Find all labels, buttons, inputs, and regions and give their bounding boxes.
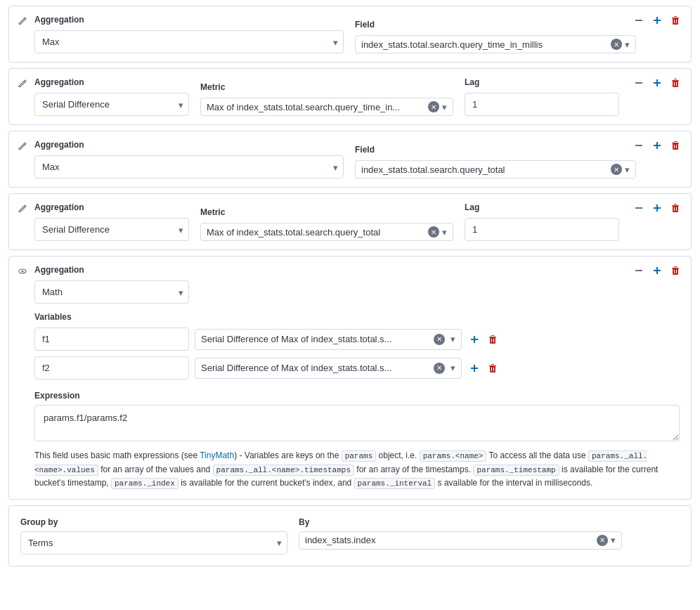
variable-1-field-value: Serial Difference of Max of index_stats.…	[201, 334, 431, 344]
variables-label: Variables	[34, 312, 680, 322]
section-1-trash-btn[interactable]	[668, 13, 682, 27]
section-2-lag-label: Lag	[465, 77, 619, 87]
section-3-fields-row: Aggregation Max Min Sum Avg Serial Diffe…	[20, 140, 680, 179]
variable-1-chevron: ▾	[451, 334, 455, 344]
section-2-aggregation-wrapper: Serial Difference Max Min Sum Avg Math ▾	[34, 93, 189, 116]
expression-textarea[interactable]: params.f1/params.f2	[34, 405, 680, 441]
section-4-metric-chevron: ▾	[442, 227, 447, 238]
params-code: params	[342, 450, 377, 462]
variable-1-field-wrapper[interactable]: Serial Difference of Max of index_stats.…	[195, 329, 462, 350]
section-4-icon	[18, 204, 27, 216]
tinymath-link[interactable]: TinyMath	[200, 450, 234, 460]
section-4-metric-label: Metric	[200, 207, 453, 217]
group-by-col: Group by Terms Filters Histogram Date Hi…	[20, 517, 287, 554]
section-1-field-clear-btn[interactable]: ✕	[611, 39, 622, 50]
section-3-aggregation-select[interactable]: Max Min Sum Avg Serial Difference Math	[34, 155, 344, 179]
section-1-field-wrapper[interactable]: index_stats.total.search.query_time_in_m…	[355, 35, 636, 53]
section-4-metric-value: Max of index_stats.total.search.query_to…	[207, 227, 428, 238]
variable-1-actions	[467, 332, 500, 346]
section-1-aggregation-label: Aggregation	[34, 15, 344, 25]
section-2-aggregation-label: Aggregation	[34, 77, 189, 87]
variable-1-name-input[interactable]	[34, 327, 189, 351]
section-5-aggregation-select[interactable]: Math Max Min Sum Avg Serial Difference	[34, 280, 189, 304]
section-2-lag-input[interactable]	[465, 93, 619, 116]
section-1-field-col: Field index_stats.total.search.query_tim…	[355, 20, 636, 53]
section-5-aggregation-wrapper: Math Max Min Sum Avg Serial Difference ▾	[34, 280, 189, 304]
section-5-trash-btn[interactable]	[668, 264, 682, 278]
section-3-field-value: index_stats.total.search.query_total	[361, 164, 611, 175]
section-4-actions	[632, 201, 682, 215]
expression-section: Expression params.f1/params.f2 This fiel…	[20, 391, 680, 491]
section-5-plus-btn[interactable]	[650, 264, 664, 278]
section-4-plus-btn[interactable]	[650, 201, 664, 215]
section-4-trash-btn[interactable]	[668, 201, 682, 215]
svg-rect-9	[635, 207, 642, 209]
section-1-minus-btn[interactable]	[632, 13, 646, 27]
section-3-field-chevron: ▾	[625, 164, 630, 175]
section-5-aggregation-col: Aggregation Math Max Min Sum Avg Serial …	[34, 265, 189, 304]
section-2-metric-value: Max of index_stats.total.search.query_ti…	[207, 102, 428, 112]
section-2-metric-chevron: ▾	[442, 102, 447, 112]
aggregation-section-5: Aggregation Math Max Min Sum Avg Serial …	[8, 256, 692, 500]
aggregation-section-1: Aggregation Max Min Sum Avg Serial Diffe…	[8, 6, 692, 63]
section-1-plus-btn[interactable]	[650, 13, 664, 27]
section-5-minus-btn[interactable]	[632, 264, 646, 278]
group-by-label: Group by	[20, 517, 287, 527]
by-col: By index_stats.index ✕ ▾	[299, 517, 622, 554]
section-4-aggregation-col: Aggregation Serial Difference Max Min Su…	[34, 202, 189, 241]
aggregation-section-2: Aggregation Serial Difference Max Min Su…	[8, 68, 692, 125]
section-3-field-wrapper[interactable]: index_stats.total.search.query_total ✕ ▾	[355, 160, 636, 179]
by-label: By	[299, 517, 622, 527]
variable-row-1: Serial Difference of Max of index_stats.…	[34, 327, 680, 351]
variable-2-trash-btn[interactable]	[486, 361, 500, 375]
group-by-wrapper: Terms Filters Histogram Date Histogram ▾	[20, 531, 287, 554]
section-1-aggregation-col: Aggregation Max Min Sum Avg Serial Diffe…	[34, 15, 344, 53]
section-3-actions	[632, 138, 682, 152]
svg-rect-12	[635, 270, 642, 271]
by-field-wrapper[interactable]: index_stats.index ✕ ▾	[299, 531, 622, 550]
by-field-chevron: ▾	[611, 535, 616, 545]
section-3-field-label: Field	[355, 145, 636, 155]
variables-section: Variables Serial Difference of Max of in…	[20, 312, 680, 379]
section-3-aggregation-col: Aggregation Max Min Sum Avg Serial Diffe…	[34, 140, 344, 179]
variable-1-plus-btn[interactable]	[467, 332, 481, 346]
section-1-aggregation-select[interactable]: Max Min Sum Avg Serial Difference Math	[34, 30, 344, 53]
section-2-metric-clear-btn[interactable]: ✕	[428, 101, 439, 112]
group-by-select[interactable]: Terms Filters Histogram Date Histogram	[20, 531, 287, 554]
section-3-field-col: Field index_stats.total.search.query_tot…	[355, 145, 636, 179]
section-5-aggregation-label: Aggregation	[34, 265, 189, 275]
section-2-plus-btn[interactable]	[650, 76, 664, 90]
section-3-trash-btn[interactable]	[668, 138, 682, 152]
group-by-section: Group by Terms Filters Histogram Date Hi…	[8, 505, 692, 566]
section-2-metric-wrapper[interactable]: Max of index_stats.total.search.query_ti…	[200, 98, 453, 116]
section-4-aggregation-wrapper: Serial Difference Max Min Sum Avg Math ▾	[34, 218, 189, 241]
section-2-trash-btn[interactable]	[668, 76, 682, 90]
section-3-minus-btn[interactable]	[632, 138, 646, 152]
svg-point-16	[22, 271, 24, 273]
section-2-minus-btn[interactable]	[632, 76, 646, 90]
variable-1-clear-btn[interactable]: ✕	[434, 334, 445, 345]
variable-2-name-input[interactable]	[34, 356, 189, 379]
by-field-clear-btn[interactable]: ✕	[597, 535, 608, 546]
variable-2-field-wrapper[interactable]: Serial Difference of Max of index_stats.…	[195, 358, 462, 379]
section-2-aggregation-select[interactable]: Serial Difference Max Min Sum Avg Math	[34, 93, 189, 116]
section-3-icon	[18, 141, 27, 153]
section-4-lag-input[interactable]	[465, 218, 619, 241]
section-5-eye-icon	[18, 266, 27, 278]
section-4-metric-wrapper[interactable]: Max of index_stats.total.search.query_to…	[200, 223, 453, 241]
section-4-minus-btn[interactable]	[632, 201, 646, 215]
variable-2-clear-btn[interactable]: ✕	[434, 363, 445, 374]
section-4-metric-clear-btn[interactable]: ✕	[428, 226, 439, 238]
variable-1-trash-btn[interactable]	[486, 332, 500, 346]
variable-2-plus-btn[interactable]	[467, 361, 481, 375]
section-1-aggregation-wrapper: Max Min Sum Avg Serial Difference Math ▾	[34, 30, 344, 53]
variable-2-field-value: Serial Difference of Max of index_stats.…	[201, 363, 431, 373]
params-timestamp-code: params._timestamp	[473, 465, 559, 476]
section-3-plus-btn[interactable]	[650, 138, 664, 152]
svg-rect-20	[471, 368, 478, 369]
section-3-field-clear-btn[interactable]: ✕	[611, 164, 622, 175]
section-4-aggregation-select[interactable]: Serial Difference Max Min Sum Avg Math	[34, 218, 189, 241]
svg-rect-3	[635, 82, 642, 84]
variable-2-actions	[467, 361, 500, 375]
section-5-actions	[632, 264, 682, 278]
